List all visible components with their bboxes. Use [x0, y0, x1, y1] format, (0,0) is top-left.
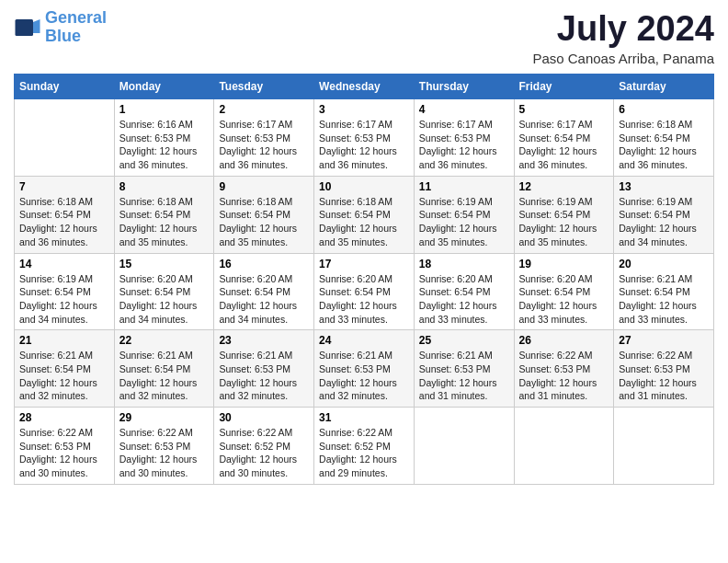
calendar-week-4: 21Sunrise: 6:21 AM Sunset: 6:54 PM Dayli… — [15, 330, 714, 408]
calendar-cell — [15, 99, 115, 177]
calendar-cell: 7Sunrise: 6:18 AM Sunset: 6:54 PM Daylig… — [15, 176, 115, 253]
day-header-wednesday: Wednesday — [314, 75, 415, 99]
day-info: Sunrise: 6:21 AM Sunset: 6:53 PM Dayligh… — [419, 349, 509, 403]
title-block: July 2024 Paso Canoas Arriba, Panama — [532, 9, 714, 66]
calendar-cell: 19Sunrise: 6:20 AM Sunset: 6:54 PM Dayli… — [514, 253, 614, 330]
day-info: Sunrise: 6:22 AM Sunset: 6:53 PM Dayligh… — [619, 349, 709, 403]
day-number: 22 — [119, 334, 210, 347]
day-number: 5 — [519, 103, 609, 116]
day-number: 23 — [219, 334, 309, 347]
day-info: Sunrise: 6:22 AM Sunset: 6:53 PM Dayligh… — [19, 426, 109, 480]
calendar-cell: 31Sunrise: 6:22 AM Sunset: 6:52 PM Dayli… — [314, 408, 415, 485]
day-number: 9 — [219, 180, 309, 193]
calendar-cell: 10Sunrise: 6:18 AM Sunset: 6:54 PM Dayli… — [314, 176, 415, 253]
calendar-cell: 17Sunrise: 6:20 AM Sunset: 6:54 PM Dayli… — [314, 253, 415, 330]
day-number: 31 — [319, 411, 409, 424]
day-number: 29 — [119, 411, 210, 424]
svg-marker-1 — [33, 19, 40, 33]
logo: General Blue — [14, 9, 107, 46]
day-number: 18 — [419, 258, 509, 270]
day-number: 3 — [319, 103, 409, 116]
calendar-cell: 30Sunrise: 6:22 AM Sunset: 6:52 PM Dayli… — [214, 408, 314, 485]
day-info: Sunrise: 6:19 AM Sunset: 6:54 PM Dayligh… — [19, 272, 109, 327]
calendar-week-1: 1Sunrise: 6:16 AM Sunset: 6:53 PM Daylig… — [15, 99, 714, 177]
day-info: Sunrise: 6:17 AM Sunset: 6:54 PM Dayligh… — [519, 118, 609, 172]
day-number: 2 — [219, 103, 309, 116]
day-number: 19 — [519, 258, 609, 270]
day-number: 8 — [119, 180, 210, 193]
calendar-cell: 24Sunrise: 6:21 AM Sunset: 6:53 PM Dayli… — [314, 330, 415, 408]
calendar-table: SundayMondayTuesdayWednesdayThursdayFrid… — [14, 74, 714, 485]
calendar-cell — [414, 408, 514, 485]
calendar-header-row: SundayMondayTuesdayWednesdayThursdayFrid… — [15, 75, 714, 99]
location-subtitle: Paso Canoas Arriba, Panama — [532, 51, 714, 66]
day-info: Sunrise: 6:18 AM Sunset: 6:54 PM Dayligh… — [619, 118, 709, 172]
day-header-thursday: Thursday — [414, 75, 514, 99]
day-info: Sunrise: 6:20 AM Sunset: 6:54 PM Dayligh… — [219, 272, 309, 327]
day-number: 14 — [19, 258, 109, 270]
page-header: General Blue July 2024 Paso Canoas Arrib… — [14, 9, 714, 66]
calendar-cell: 13Sunrise: 6:19 AM Sunset: 6:54 PM Dayli… — [614, 176, 714, 253]
calendar-cell: 16Sunrise: 6:20 AM Sunset: 6:54 PM Dayli… — [214, 253, 314, 330]
day-number: 15 — [119, 258, 210, 270]
day-number: 6 — [619, 103, 709, 116]
day-header-saturday: Saturday — [614, 75, 714, 99]
day-info: Sunrise: 6:18 AM Sunset: 6:54 PM Dayligh… — [319, 195, 409, 249]
day-info: Sunrise: 6:20 AM Sunset: 6:54 PM Dayligh… — [419, 272, 509, 327]
calendar-cell: 29Sunrise: 6:22 AM Sunset: 6:53 PM Dayli… — [114, 408, 214, 485]
calendar-cell: 12Sunrise: 6:19 AM Sunset: 6:54 PM Dayli… — [514, 176, 614, 253]
day-number: 13 — [619, 180, 709, 193]
day-info: Sunrise: 6:20 AM Sunset: 6:54 PM Dayligh… — [519, 272, 609, 327]
day-info: Sunrise: 6:21 AM Sunset: 6:53 PM Dayligh… — [219, 349, 309, 403]
calendar-cell: 4Sunrise: 6:17 AM Sunset: 6:53 PM Daylig… — [414, 99, 514, 177]
day-header-tuesday: Tuesday — [214, 75, 314, 99]
day-info: Sunrise: 6:16 AM Sunset: 6:53 PM Dayligh… — [119, 118, 210, 172]
calendar-cell — [614, 408, 714, 485]
day-number: 21 — [19, 334, 109, 347]
calendar-week-3: 14Sunrise: 6:19 AM Sunset: 6:54 PM Dayli… — [15, 253, 714, 330]
day-number: 11 — [419, 180, 509, 193]
day-number: 25 — [419, 334, 509, 347]
day-info: Sunrise: 6:18 AM Sunset: 6:54 PM Dayligh… — [119, 195, 210, 249]
day-number: 26 — [519, 334, 609, 347]
day-info: Sunrise: 6:18 AM Sunset: 6:54 PM Dayligh… — [19, 195, 109, 249]
day-number: 27 — [619, 334, 709, 347]
day-info: Sunrise: 6:21 AM Sunset: 6:54 PM Dayligh… — [19, 349, 109, 403]
calendar-cell: 9Sunrise: 6:18 AM Sunset: 6:54 PM Daylig… — [214, 176, 314, 253]
day-info: Sunrise: 6:17 AM Sunset: 6:53 PM Dayligh… — [319, 118, 409, 172]
calendar-cell: 25Sunrise: 6:21 AM Sunset: 6:53 PM Dayli… — [414, 330, 514, 408]
day-number: 12 — [519, 180, 609, 193]
day-number: 16 — [219, 258, 309, 270]
day-number: 20 — [619, 258, 709, 270]
calendar-cell: 11Sunrise: 6:19 AM Sunset: 6:54 PM Dayli… — [414, 176, 514, 253]
logo-icon — [14, 14, 41, 41]
day-info: Sunrise: 6:17 AM Sunset: 6:53 PM Dayligh… — [419, 118, 509, 172]
day-info: Sunrise: 6:19 AM Sunset: 6:54 PM Dayligh… — [519, 195, 609, 249]
day-number: 4 — [419, 103, 509, 116]
day-info: Sunrise: 6:19 AM Sunset: 6:54 PM Dayligh… — [419, 195, 509, 249]
calendar-cell: 20Sunrise: 6:21 AM Sunset: 6:54 PM Dayli… — [614, 253, 714, 330]
calendar-cell: 1Sunrise: 6:16 AM Sunset: 6:53 PM Daylig… — [114, 99, 214, 177]
calendar-cell: 15Sunrise: 6:20 AM Sunset: 6:54 PM Dayli… — [114, 253, 214, 330]
calendar-cell: 18Sunrise: 6:20 AM Sunset: 6:54 PM Dayli… — [414, 253, 514, 330]
day-info: Sunrise: 6:22 AM Sunset: 6:53 PM Dayligh… — [519, 349, 609, 403]
calendar-cell: 14Sunrise: 6:19 AM Sunset: 6:54 PM Dayli… — [15, 253, 115, 330]
day-number: 7 — [19, 180, 109, 193]
calendar-cell: 3Sunrise: 6:17 AM Sunset: 6:53 PM Daylig… — [314, 99, 415, 177]
day-info: Sunrise: 6:21 AM Sunset: 6:54 PM Dayligh… — [119, 349, 210, 403]
day-number: 1 — [119, 103, 210, 116]
day-number: 10 — [319, 180, 409, 193]
calendar-cell: 23Sunrise: 6:21 AM Sunset: 6:53 PM Dayli… — [214, 330, 314, 408]
logo-text: General Blue — [45, 9, 107, 46]
calendar-cell: 26Sunrise: 6:22 AM Sunset: 6:53 PM Dayli… — [514, 330, 614, 408]
calendar-cell: 5Sunrise: 6:17 AM Sunset: 6:54 PM Daylig… — [514, 99, 614, 177]
month-year-title: July 2024 — [532, 9, 714, 49]
calendar-cell — [514, 408, 614, 485]
day-header-friday: Friday — [514, 75, 614, 99]
svg-rect-0 — [16, 19, 34, 36]
day-header-sunday: Sunday — [15, 75, 115, 99]
logo-line2: Blue — [45, 27, 81, 45]
day-info: Sunrise: 6:17 AM Sunset: 6:53 PM Dayligh… — [219, 118, 309, 172]
day-info: Sunrise: 6:18 AM Sunset: 6:54 PM Dayligh… — [219, 195, 309, 249]
day-info: Sunrise: 6:20 AM Sunset: 6:54 PM Dayligh… — [319, 272, 409, 327]
